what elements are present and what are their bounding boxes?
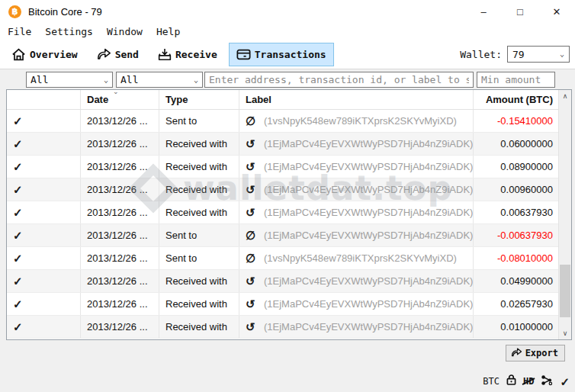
confirmed-icon: ✓ bbox=[13, 297, 23, 311]
menu-help[interactable]: Help bbox=[149, 23, 187, 40]
date-cell: 2013/12/26 ... bbox=[81, 270, 159, 292]
menu-window[interactable]: Window bbox=[100, 23, 149, 40]
status-cell: ✓ bbox=[7, 133, 81, 155]
table-row[interactable]: ✓2013/12/26 ...Sent to∅(1vsNpyK548ew789i… bbox=[7, 247, 558, 270]
header-status[interactable] bbox=[7, 90, 81, 109]
table-row[interactable]: ✓2013/12/26 ...Received with↺(1EjMaPCv4E… bbox=[7, 201, 558, 224]
amount-cell: 0.04990000 bbox=[474, 270, 558, 292]
date-cell: 2013/12/26 ... bbox=[81, 247, 159, 269]
menu-file[interactable]: File bbox=[1, 23, 38, 40]
date-cell: 2013/12/26 ... bbox=[81, 293, 159, 315]
scroll-up-icon[interactable]: ∧ bbox=[559, 90, 571, 102]
type-cell: Received with bbox=[159, 316, 239, 338]
date-filter-dropdown[interactable]: All ⌄ bbox=[26, 72, 113, 88]
date-cell: 2013/12/26 ... bbox=[81, 178, 159, 201]
confirmed-icon: ✓ bbox=[13, 206, 23, 220]
date-cell: 2013/12/26 ... bbox=[81, 224, 159, 246]
label-cell: ↺(1EjMaPCv4EyEVXWtWyPSD7HjAb4nZ9iADK) bbox=[239, 270, 474, 292]
type-cell: Sent to bbox=[159, 110, 239, 132]
confirmed-icon: ✓ bbox=[13, 229, 23, 243]
menu-settings[interactable]: Settings bbox=[38, 23, 100, 40]
type-cell: Received with bbox=[159, 270, 239, 292]
label-cell: ∅(1EjMaPCv4EyEVXWtWyPSD7HjAb4nZ9iADK) bbox=[239, 224, 474, 246]
label-cell: ∅(1vsNpyK548ew789iKTXprsK2SKYvMyiXD) bbox=[239, 247, 474, 269]
type-cell: Received with bbox=[159, 293, 239, 315]
table-row[interactable]: ✓2013/12/26 ...Received with↺(1EjMaPCv4E… bbox=[7, 316, 558, 339]
label-cell: ↺(1EjMaPCv4EyEVXWtWyPSD7HjAb4nZ9iADK) bbox=[239, 133, 474, 155]
maximize-button[interactable]: □ bbox=[502, 0, 538, 23]
date-cell: 2013/12/26 ... bbox=[81, 133, 159, 155]
tab-receive[interactable]: Receive bbox=[150, 43, 225, 66]
export-button[interactable]: Export bbox=[506, 345, 565, 361]
address-text: (1EjMaPCv4EyEVXWtWyPSD7HjAb4nZ9iADK) bbox=[264, 184, 473, 195]
confirmed-icon: ✓ bbox=[13, 137, 23, 151]
received-icon: ↺ bbox=[246, 137, 259, 151]
chevron-down-icon: ⌄ bbox=[560, 50, 564, 58]
tab-send-label: Send bbox=[115, 49, 139, 60]
received-icon: ↺ bbox=[246, 320, 259, 334]
table-row[interactable]: ✓2013/12/26 ...Received with↺(1EjMaPCv4E… bbox=[7, 156, 558, 178]
tab-transactions[interactable]: Transactions bbox=[229, 43, 334, 66]
status-cell: ✓ bbox=[7, 224, 81, 246]
amount-cell: 0.02657930 bbox=[474, 293, 558, 315]
send-arrow-icon bbox=[97, 48, 111, 60]
status-cell: ✓ bbox=[7, 270, 81, 292]
type-cell: Received with bbox=[159, 178, 239, 201]
confirmed-icon: ✓ bbox=[13, 275, 23, 288]
received-icon: ↺ bbox=[246, 183, 259, 197]
chevron-down-icon: ⌄ bbox=[194, 76, 198, 84]
table-row[interactable]: ✓2013/12/26 ...Received with↺(1EjMaPCv4E… bbox=[7, 270, 558, 293]
receive-icon bbox=[158, 48, 172, 61]
date-filter-value: All bbox=[31, 74, 48, 85]
tab-send[interactable]: Send bbox=[89, 43, 146, 66]
lock-icon bbox=[506, 374, 516, 388]
header-amount[interactable]: Amount (BTC) bbox=[474, 90, 558, 109]
tab-overview-label: Overview bbox=[30, 49, 78, 60]
sent-icon: ∅ bbox=[246, 252, 259, 265]
scrollbar-thumb[interactable] bbox=[560, 265, 570, 317]
type-cell: Received with bbox=[159, 156, 239, 178]
sort-indicator-icon: ⌄ bbox=[113, 88, 119, 95]
address-text: (1EjMaPCv4EyEVXWtWyPSD7HjAb4nZ9iADK) bbox=[264, 230, 473, 241]
title-bar: ฿ Bitcoin Core - 79 – □ ✕ bbox=[0, 0, 575, 23]
filter-bar: All ⌄ All ⌄ bbox=[0, 70, 575, 89]
header-type-label: Type bbox=[165, 94, 188, 105]
header-type[interactable]: Type bbox=[159, 90, 239, 109]
min-amount-input[interactable] bbox=[477, 72, 555, 88]
confirmed-icon: ✓ bbox=[13, 114, 23, 128]
address-text: (1EjMaPCv4EyEVXWtWyPSD7HjAb4nZ9iADK) bbox=[264, 275, 473, 287]
confirmed-icon: ✓ bbox=[13, 160, 23, 174]
table-row[interactable]: ✓2013/12/26 ...Received with↺(1EjMaPCv4E… bbox=[7, 178, 558, 201]
wallet-select-value: 79 bbox=[512, 49, 525, 60]
sent-icon: ∅ bbox=[246, 229, 259, 243]
hd-disabled-icon: HD bbox=[523, 376, 534, 387]
table-row[interactable]: ✓2013/12/26 ...Sent to∅(1vsNpyK548ew789i… bbox=[7, 110, 558, 133]
chevron-down-icon: ⌄ bbox=[104, 76, 108, 84]
label-cell: ↺(1EjMaPCv4EyEVXWtWyPSD7HjAb4nZ9iADK) bbox=[239, 293, 474, 315]
tab-overview[interactable]: Overview bbox=[4, 43, 85, 66]
status-bar: BTC HD ✓ bbox=[483, 375, 570, 387]
minimize-button[interactable]: – bbox=[465, 0, 502, 23]
address-text: (1EjMaPCv4EyEVXWtWyPSD7HjAb4nZ9iADK) bbox=[264, 321, 473, 333]
wallet-label: Wallet: bbox=[460, 49, 502, 60]
table-row[interactable]: ✓2013/12/26 ...Received with↺(1EjMaPCv4E… bbox=[7, 133, 558, 156]
address-text: (1EjMaPCv4EyEVXWtWyPSD7HjAb4nZ9iADK) bbox=[264, 207, 473, 218]
window-controls: – □ ✕ bbox=[465, 0, 575, 23]
close-button[interactable]: ✕ bbox=[538, 0, 575, 23]
status-cell: ✓ bbox=[7, 293, 81, 315]
label-cell: ↺(1EjMaPCv4EyEVXWtWyPSD7HjAb4nZ9iADK) bbox=[239, 156, 474, 178]
vertical-scrollbar[interactable]: ∧ ∨ bbox=[558, 90, 571, 339]
scroll-down-icon[interactable]: ∨ bbox=[559, 327, 571, 339]
type-filter-dropdown[interactable]: All ⌄ bbox=[116, 72, 203, 88]
wallet-selector-group: Wallet: 79 ⌄ bbox=[460, 46, 570, 63]
table-row[interactable]: ✓2013/12/26 ...Received with↺(1EjMaPCv4E… bbox=[7, 293, 558, 316]
table-row[interactable]: ✓2013/12/26 ...Sent to∅(1EjMaPCv4EyEVXWt… bbox=[7, 224, 558, 247]
label-cell: ↺(1EjMaPCv4EyEVXWtWyPSD7HjAb4nZ9iADK) bbox=[239, 178, 474, 201]
unit-display[interactable]: BTC bbox=[483, 376, 500, 387]
search-input[interactable] bbox=[204, 72, 474, 88]
wallet-select[interactable]: 79 ⌄ bbox=[507, 46, 570, 63]
transactions-table: Date ⌄ Type Label Amount (BTC) ✓2013/12/… bbox=[6, 89, 572, 340]
header-label[interactable]: Label bbox=[239, 90, 474, 109]
status-cell: ✓ bbox=[7, 316, 81, 338]
header-date[interactable]: Date ⌄ bbox=[81, 90, 159, 109]
